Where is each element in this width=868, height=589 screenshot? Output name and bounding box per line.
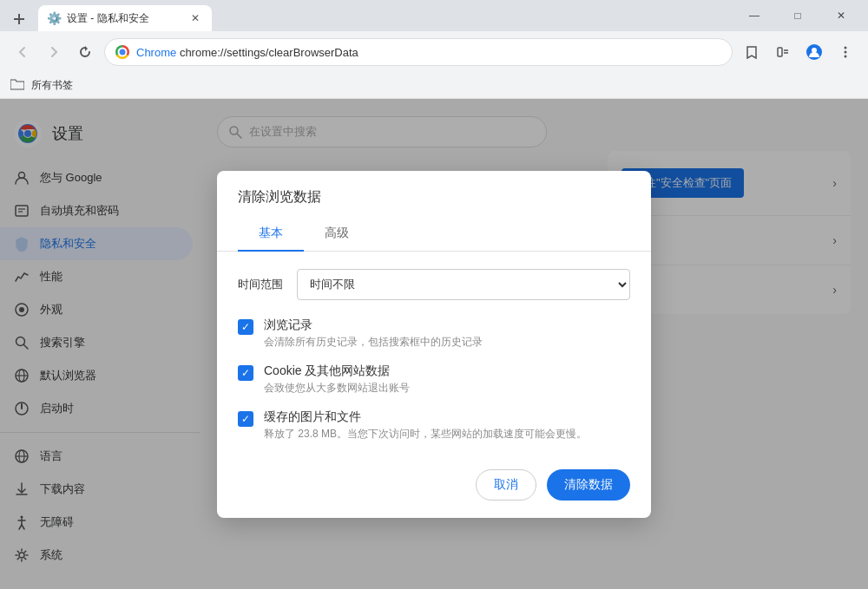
address-bar: Chrome chrome://settings/clearBrowserDat…: [0, 31, 868, 73]
active-tab[interactable]: ⚙️ 设置 - 隐私和安全 ✕: [38, 5, 212, 31]
menu-button[interactable]: [833, 40, 858, 64]
forward-button[interactable]: [42, 40, 66, 64]
checkbox-browsing-history[interactable]: ✓ 浏览记录 会清除所有历史记录，包括搜索框中的历史记录: [238, 317, 630, 350]
minimize-button[interactable]: —: [734, 3, 774, 29]
chrome-logo-icon: [115, 45, 129, 59]
svg-point-9: [845, 51, 847, 54]
clear-data-button[interactable]: 清除数据: [547, 469, 630, 501]
tab-favicon: ⚙️: [47, 11, 62, 25]
close-window-button[interactable]: ✕: [821, 3, 861, 29]
dialog-title: 清除浏览数据: [217, 171, 651, 217]
svg-rect-1: [14, 18, 24, 20]
checkbox-cookies-check[interactable]: ✓: [238, 365, 253, 381]
main-content: 设置 您与 Google 自动填充和密码 隐私和安全 性能: [0, 99, 868, 589]
checkbox-sub-label: 会清除所有历史记录，包括搜索框中的历史记录: [264, 335, 483, 350]
checkbox-cookies[interactable]: ✓ Cookie 及其他网站数据 会致使您从大多数网站退出账号: [238, 363, 630, 396]
maximize-button[interactable]: □: [778, 3, 818, 29]
new-tab-button[interactable]: [7, 7, 31, 31]
window-controls: — □ ✕: [734, 3, 861, 29]
tab-close-button[interactable]: ✕: [187, 10, 203, 26]
profile-button[interactable]: [802, 40, 826, 64]
url-bar[interactable]: Chrome chrome://settings/clearBrowserDat…: [104, 38, 733, 66]
cancel-button[interactable]: 取消: [476, 469, 536, 501]
tab-bar: ⚙️ 设置 - 隐私和安全 ✕: [7, 0, 734, 31]
time-range-row: 时间范围 过去1小时 过去24小时 过去7天 过去4周 时间不限: [238, 269, 630, 300]
time-range-label: 时间范围: [238, 277, 283, 292]
tab-basic[interactable]: 基本: [238, 217, 304, 252]
title-bar: ⚙️ 设置 - 隐私和安全 ✕ — □ ✕: [0, 0, 868, 31]
checkbox-browsing-history-check[interactable]: ✓: [238, 319, 253, 335]
time-range-select[interactable]: 过去1小时 过去24小时 过去7天 过去4周 时间不限: [297, 269, 630, 300]
checkbox-cache-text: 缓存的图片和文件 释放了 23.8 MB。当您下次访问时，某些网站的加载速度可能…: [264, 409, 587, 442]
checkbox-main-label: Cookie 及其他网站数据: [264, 363, 410, 379]
checkbox-main-label: 浏览记录: [264, 317, 483, 333]
bookmarks-bar-item[interactable]: 所有书签: [28, 76, 76, 95]
dialog-overlay: 清除浏览数据 基本 高级 时间范围 过去1小时 过去24小时 过去7天 过去4周…: [0, 99, 868, 589]
svg-marker-2: [85, 46, 88, 51]
back-button[interactable]: [10, 40, 35, 64]
tab-title: 设置 - 隐私和安全: [67, 11, 182, 26]
dialog-tabs: 基本 高级: [217, 217, 651, 252]
bookmarks-folder-icon: [10, 78, 24, 93]
sidebar-button[interactable]: [771, 40, 795, 64]
checkbox-sub-label: 释放了 23.8 MB。当您下次访问时，某些网站的加载速度可能会更慢。: [264, 427, 587, 442]
reload-button[interactable]: [73, 40, 97, 64]
svg-point-10: [845, 56, 847, 58]
checkbox-cache-check[interactable]: ✓: [238, 411, 253, 427]
tab-advanced[interactable]: 高级: [304, 217, 370, 252]
url-text: Chrome chrome://settings/clearBrowserDat…: [136, 46, 721, 59]
bookmark-button[interactable]: [740, 40, 764, 64]
checkbox-cache[interactable]: ✓ 缓存的图片和文件 释放了 23.8 MB。当您下次访问时，某些网站的加载速度…: [238, 409, 630, 442]
dialog-footer: 取消 清除数据: [217, 459, 651, 518]
svg-rect-3: [778, 48, 782, 56]
svg-point-8: [845, 47, 847, 49]
checkbox-main-label: 缓存的图片和文件: [264, 409, 587, 425]
checkbox-browsing-history-text: 浏览记录 会清除所有历史记录，包括搜索框中的历史记录: [264, 317, 483, 350]
checkbox-cookies-text: Cookie 及其他网站数据 会致使您从大多数网站退出账号: [264, 363, 410, 396]
dialog-body: 时间范围 过去1小时 过去24小时 过去7天 过去4周 时间不限 ✓ 浏览记录 …: [217, 252, 651, 459]
bookmarks-bar: 所有书签: [0, 73, 868, 99]
checkbox-sub-label: 会致使您从大多数网站退出账号: [264, 381, 410, 396]
clear-browsing-data-dialog: 清除浏览数据 基本 高级 时间范围 过去1小时 过去24小时 过去7天 过去4周…: [217, 171, 651, 518]
